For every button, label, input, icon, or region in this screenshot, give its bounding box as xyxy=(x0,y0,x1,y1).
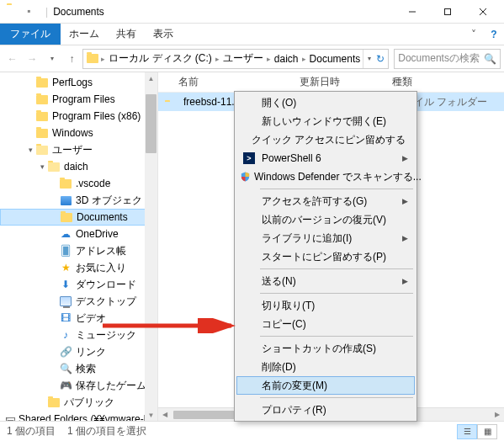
tree-scrollbar[interactable]: ▲ ▼ xyxy=(145,72,157,421)
tree-item-label: Program Files (x86) xyxy=(52,110,141,122)
tree-item[interactable]: Documents xyxy=(0,209,157,226)
expand-icon[interactable]: ▾ xyxy=(37,162,47,171)
tree-item[interactable]: PerfLogs xyxy=(0,74,157,91)
menu-item[interactable]: ライブラリに追加(I) ▶ xyxy=(236,229,415,247)
tree-item[interactable]: ⬇ ダウンロード xyxy=(0,276,157,293)
menu-item[interactable]: 名前の変更(M) xyxy=(236,376,415,395)
menu-item[interactable]: > PowerShell 6 ▶ xyxy=(236,149,415,167)
minimize-button[interactable] xyxy=(395,0,430,24)
scroll-up-icon[interactable]: ▲ xyxy=(145,72,157,84)
tree-item[interactable]: Windows xyxy=(0,125,157,141)
tree-item-label: Documents xyxy=(77,211,128,223)
scroll-down-icon[interactable]: ▼ xyxy=(145,409,157,421)
recent-dropdown[interactable]: ▾ xyxy=(43,49,61,69)
menu-item-label: プロパティ(R) xyxy=(258,403,398,417)
chevron-right-icon[interactable]: ▸ xyxy=(215,55,220,63)
video-icon: 🎞 xyxy=(59,311,72,325)
menu-item-label: コピー(C) xyxy=(258,317,398,332)
qat-properties-icon[interactable]: ▪ xyxy=(27,5,40,19)
tree-item[interactable]: Program Files (x86) xyxy=(0,108,157,125)
powershell-icon: > xyxy=(243,152,255,164)
tree-item[interactable]: 🎮 保存したゲーム xyxy=(0,377,157,394)
tree-item[interactable]: ▾ daich xyxy=(0,158,157,175)
tree-pane[interactable]: PerfLogs Program Files Program Files (x8… xyxy=(0,72,158,421)
tree-item[interactable]: 3D オブジェクト xyxy=(0,192,157,209)
link-icon: 🔗 xyxy=(59,345,72,359)
tab-file[interactable]: ファイル xyxy=(0,24,61,45)
chevron-right-icon[interactable]: ▸ xyxy=(266,55,272,63)
tab-view[interactable]: 表示 xyxy=(145,24,182,45)
menu-item[interactable]: Windows Defender でスキャンする... xyxy=(236,167,415,186)
column-name[interactable]: 名前 xyxy=(158,75,293,89)
menu-item-label: 以前のバージョンの復元(V) xyxy=(258,213,398,227)
ribbon-expand-button[interactable]: ˅ xyxy=(464,24,484,45)
breadcrumb-seg[interactable]: daich xyxy=(272,53,301,65)
menu-item[interactable]: 以前のバージョンの復元(V) xyxy=(236,210,415,229)
menu-item[interactable]: アクセスを許可する(G) ▶ xyxy=(236,192,415,210)
menu-item[interactable]: 開く(O) xyxy=(236,93,415,112)
search-icon[interactable]: 🔍 xyxy=(484,53,496,65)
folder-icon xyxy=(60,210,73,224)
details-view-button[interactable]: ☰ xyxy=(457,424,477,439)
tree-item[interactable]: Program Files xyxy=(0,91,157,108)
menu-item[interactable]: 削除(D) xyxy=(236,358,415,376)
menu-item-label: スタートにピン留めする(P) xyxy=(258,250,398,264)
menu-item[interactable]: スタートにピン留めする(P) xyxy=(236,247,415,266)
up-button[interactable]: ↑ xyxy=(63,49,82,69)
tree-item-label: パブリック xyxy=(64,396,114,410)
column-date[interactable]: 更新日時 xyxy=(293,75,385,89)
tree-item[interactable]: ▾ ユーザー xyxy=(0,141,157,158)
column-headers[interactable]: 名前 更新日時 種類 xyxy=(158,72,504,93)
scroll-right-icon[interactable]: ▶ xyxy=(491,411,504,418)
breadcrumb[interactable]: ▸ ローカル ディスク (C:) ▸ ユーザー ▸ daich ▸ Docume… xyxy=(82,49,389,69)
tree-item[interactable]: デスクトップ xyxy=(0,293,157,310)
folder-icon xyxy=(59,177,72,190)
tree-item[interactable]: 🖴 Shared Folders (¥¥vmware-host) (Z:) xyxy=(0,411,157,421)
tree-item[interactable]: 🎞 ビデオ xyxy=(0,310,157,327)
tree-item[interactable]: 🔍 検索 xyxy=(0,360,157,377)
close-button[interactable] xyxy=(465,0,501,24)
help-button[interactable]: ? xyxy=(484,24,504,45)
menu-item[interactable]: ショートカットの作成(S) xyxy=(236,339,415,358)
chevron-right-icon[interactable]: ▸ xyxy=(301,55,307,63)
breadcrumb-seg[interactable]: Documents xyxy=(307,53,363,65)
tree-item[interactable]: 🔗 リンク xyxy=(0,343,157,360)
menu-item[interactable]: クイック アクセスにピン留めする xyxy=(236,130,415,149)
chevron-right-icon[interactable]: ▸ xyxy=(100,55,106,63)
maximize-button[interactable] xyxy=(430,0,465,24)
menu-item[interactable]: コピー(C) xyxy=(236,315,415,333)
refresh-button[interactable]: ↻ xyxy=(374,53,386,65)
breadcrumb-seg[interactable]: ユーザー xyxy=(220,51,266,66)
menu-item[interactable]: 新しいウィンドウで開く(E) xyxy=(236,112,415,130)
expand-icon[interactable]: ▾ xyxy=(25,146,35,154)
tree-item[interactable]: パブリック xyxy=(0,394,157,411)
tree-item[interactable]: 🂠 アドレス帳 xyxy=(0,242,157,259)
folder-icon xyxy=(47,396,61,409)
tab-home[interactable]: ホーム xyxy=(61,24,108,45)
tree-item[interactable]: ★ お気に入り xyxy=(0,259,157,276)
menu-item[interactable]: プロパティ(R) xyxy=(236,401,415,419)
breadcrumb-seg[interactable]: ローカル ディスク (C:) xyxy=(106,51,215,66)
scroll-left-icon[interactable]: ◀ xyxy=(158,411,172,418)
menu-item[interactable]: 切り取り(T) xyxy=(236,296,415,315)
tree-item[interactable]: ☁ OneDrive xyxy=(0,226,157,242)
column-type[interactable]: 種類 xyxy=(385,75,504,89)
breadcrumb-dropdown[interactable]: ▾ xyxy=(363,50,374,68)
tree-item-label: 保存したゲーム xyxy=(76,379,146,393)
scroll-thumb[interactable] xyxy=(146,94,157,153)
svg-rect-1 xyxy=(445,8,451,14)
back-button[interactable]: ← xyxy=(3,49,22,69)
game-icon: 🎮 xyxy=(59,379,72,392)
tree-item-label: .vscode xyxy=(76,178,110,189)
music-icon: ♪ xyxy=(59,328,72,342)
menu-separator xyxy=(260,293,413,294)
forward-button[interactable]: → xyxy=(24,49,42,69)
tree-item-label: デスクトップ xyxy=(76,295,136,309)
search-input[interactable]: Documentsの検索 🔍 xyxy=(394,49,501,69)
tree-item[interactable]: ♪ ミュージック xyxy=(0,327,157,343)
tree-item[interactable]: .vscode xyxy=(0,175,157,192)
tab-share[interactable]: 共有 xyxy=(108,24,145,45)
icons-view-button[interactable]: ▦ xyxy=(477,424,497,439)
cloud-icon: ☁ xyxy=(59,227,72,241)
menu-item[interactable]: 送る(N) ▶ xyxy=(236,272,415,290)
